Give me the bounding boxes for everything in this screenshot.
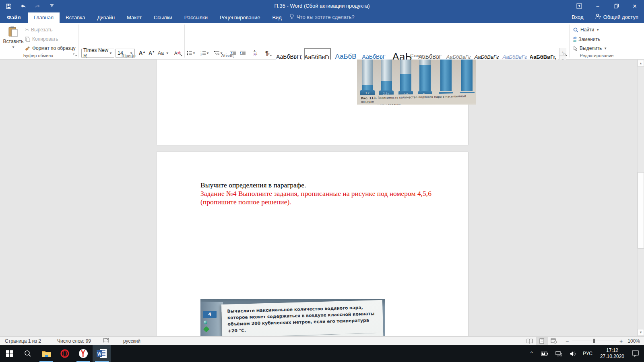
group-label-font: Шрифт [93, 53, 165, 58]
status-bar: Страница 1 из 2 Число слов: 99 русский −… [0, 336, 644, 345]
format-painter-button[interactable]: Формат по образцу [25, 45, 76, 51]
marker-icon [203, 326, 210, 333]
cylinder-4 [419, 60, 431, 91]
cut-button[interactable]: ✂ Вырезать [25, 27, 52, 33]
ribbon-tab-row: Файл Главная Вставка Дизайн Макет Ссылки… [0, 12, 644, 23]
document-page-1[interactable]: 1 г 2,5 г 5 г 9 г 17 г 30 г Рис. 113. За… [157, 60, 468, 145]
select-button[interactable]: Выделить▼ [573, 45, 607, 51]
group-label-paragraph: Абзац [193, 53, 262, 58]
minimize-button[interactable]: – [588, 0, 607, 12]
taskbar: W ⌃ РУС 17:12 27.10.2020 [0, 345, 644, 362]
group-separator [274, 25, 274, 58]
tab-insert[interactable]: Вставка [60, 12, 91, 23]
word-count[interactable]: Число слов: 99 [52, 338, 96, 344]
taskbar-clock[interactable]: 17:12 27.10.2020 [597, 348, 627, 360]
tab-view[interactable]: Вид [266, 12, 288, 23]
replace-button[interactable]: abac Заменить [573, 36, 600, 42]
share-button[interactable]: Общий доступ [589, 11, 644, 23]
web-layout-button[interactable] [548, 337, 560, 345]
paragraph-dialog-launcher[interactable] [268, 53, 273, 58]
figure-tasks-photo[interactable]: 4 5 106 6 94 Вычислите максимальное коли… [200, 299, 385, 336]
document-page-2[interactable]: Выучите определения в параграфе. Задание… [157, 152, 468, 336]
figure-caption: Рис. 113. Зависимость количества водяног… [357, 93, 476, 105]
cylinder-2 [381, 60, 392, 91]
group-label-clipboard: Буфер обмена [4, 53, 72, 58]
page-indicator[interactable]: Страница 1 из 2 [0, 338, 46, 344]
zoom-level[interactable]: 100% [627, 338, 640, 344]
document-text[interactable]: Выучите определения в параграфе. Задание… [200, 181, 454, 206]
action-center-icon[interactable] [629, 345, 642, 362]
account-area: Вход Общий доступ [566, 11, 644, 23]
tab-file[interactable]: Файл [0, 12, 28, 23]
cursor-icon [573, 46, 578, 51]
cylinder-6 [461, 60, 473, 91]
battery-icon[interactable] [538, 345, 551, 362]
tab-mailings[interactable]: Рассылки [178, 12, 214, 23]
clock-time: 17:12 [600, 348, 624, 354]
language-tray-indicator[interactable]: РУС [580, 345, 595, 362]
close-button[interactable]: ✕ [625, 0, 644, 12]
scrollbar-thumb[interactable] [638, 172, 644, 249]
group-label-styles: Стили [386, 53, 447, 58]
zoom-slider-thumb[interactable] [593, 339, 595, 343]
read-mode-button[interactable] [524, 337, 536, 345]
yandex-browser-button[interactable] [74, 345, 93, 362]
word-taskbar-button[interactable]: W [93, 345, 111, 362]
svg-text:А: А [174, 51, 178, 56]
system-tray: ⌃ РУС 17:12 27.10.2020 [527, 345, 644, 362]
group-separator [569, 25, 570, 58]
cylinder-1 [362, 60, 373, 91]
clipboard-dialog-launcher[interactable] [73, 53, 78, 58]
task-4-text: Вычислите максимальное количество водяно… [227, 304, 378, 334]
window-controls: – ✕ [570, 0, 644, 12]
tell-me-box[interactable]: Что вы хотите сделать? [288, 12, 359, 23]
scroll-up-button[interactable]: ▲ [638, 60, 644, 67]
clock-date: 27.10.2020 [600, 354, 624, 360]
share-person-icon [595, 13, 601, 21]
textbook-margin: 4 5 106 6 94 [200, 302, 223, 336]
hidden-icons-chevron[interactable]: ⌃ [527, 345, 537, 362]
file-explorer-button[interactable] [37, 345, 56, 362]
group-label-editing: Редактирование [572, 53, 622, 58]
paste-button[interactable]: Вставить▼ [4, 26, 23, 49]
document-area[interactable]: 1 г 2,5 г 5 г 9 г 17 г 30 г Рис. 113. За… [0, 60, 644, 336]
zoom-out-button[interactable]: − [566, 338, 569, 344]
ribbon: Вставить▼ ✂ Вырезать Копировать Формат п… [0, 23, 644, 60]
network-icon[interactable] [553, 345, 565, 362]
copy-button[interactable]: Копировать [25, 36, 58, 42]
cylinder-5 [440, 60, 452, 91]
tab-review[interactable]: Рецензирование [214, 12, 266, 23]
zoom-in-button[interactable]: + [619, 338, 623, 344]
sign-in-button[interactable]: Вход [566, 12, 589, 23]
replace-icon: abac [573, 36, 576, 42]
tab-references[interactable]: Ссылки [148, 12, 178, 23]
figure-cylinders-photo[interactable]: 1 г 2,5 г 5 г 9 г 17 г 30 г Рис. 113. За… [357, 60, 476, 105]
svg-text:W: W [97, 352, 101, 356]
scroll-down-button[interactable]: ▼ [638, 329, 644, 336]
zoom-slider[interactable] [572, 341, 616, 341]
restore-button[interactable] [607, 0, 625, 12]
start-button[interactable] [0, 345, 19, 362]
doc-line-red-2: (пропишите полное решение). [200, 198, 454, 206]
ribbon-display-options-button[interactable] [570, 0, 588, 12]
language-indicator[interactable]: русский [118, 338, 145, 344]
font-dialog-launcher[interactable] [179, 53, 184, 58]
format-painter-icon [25, 46, 30, 51]
doc-line-red-1: Задание №4 Выполните задания, прописанны… [200, 189, 454, 198]
print-layout-button[interactable] [536, 337, 548, 345]
find-button[interactable]: Найти▼ [573, 27, 599, 33]
volume-icon[interactable] [567, 345, 578, 362]
taskbar-search-button[interactable] [19, 345, 37, 362]
tell-me-label: Что вы хотите сделать? [297, 14, 355, 20]
tab-layout[interactable]: Макет [121, 12, 148, 23]
proofing-status-icon[interactable] [98, 338, 114, 344]
search-icon [573, 27, 578, 33]
lightbulb-icon [289, 14, 294, 21]
cylinder-3 [400, 60, 411, 91]
styles-dialog-launcher[interactable] [564, 53, 568, 58]
group-separator [78, 25, 78, 58]
opera-button[interactable] [56, 345, 74, 362]
desktop: П.35 - Word (Сбой активации продукта) – … [0, 0, 644, 362]
tab-home[interactable]: Главная [28, 12, 60, 23]
tab-design[interactable]: Дизайн [91, 12, 121, 23]
